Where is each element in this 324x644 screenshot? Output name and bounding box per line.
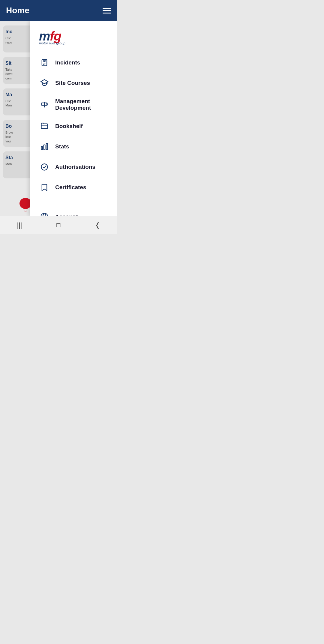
svg-rect-11 — [46, 144, 48, 150]
nav-item-management-development[interactable]: Management Development — [30, 93, 117, 116]
nav-item-site-courses[interactable]: Site Courses — [30, 73, 117, 93]
nav-item-certificates[interactable]: Certificates — [30, 177, 117, 198]
logo-m: m — [39, 29, 50, 43]
nav-label-account: Account — [55, 213, 78, 216]
folder-icon — [39, 121, 50, 132]
svg-point-12 — [41, 164, 48, 170]
header: Home — [0, 0, 117, 21]
nav-item-incidents[interactable]: Incidents — [30, 52, 117, 73]
home-tab-label: H — [25, 210, 27, 213]
bg-card-site: Sit Takedevecom — [3, 57, 33, 84]
nav-label-site-courses: Site Courses — [55, 80, 90, 86]
nav-item-stats[interactable]: Stats — [30, 136, 117, 157]
account-icon — [39, 211, 50, 216]
nav-item-authorisations[interactable]: Authorisations — [30, 157, 117, 177]
logo-text: mfg — [39, 30, 61, 43]
signpost-icon — [39, 99, 50, 110]
nav-label-management-development: Management Development — [55, 98, 108, 111]
bg-card-management: Ma ClicMan — [3, 88, 33, 115]
logo-f: f — [50, 29, 54, 43]
nav-label-bookshelf: Bookshelf — [55, 123, 83, 130]
svg-marker-4 — [41, 79, 48, 84]
menu-button[interactable] — [103, 8, 111, 13]
svg-rect-10 — [44, 145, 45, 150]
nav-label-authorisations: Authorisations — [55, 164, 95, 170]
home-button[interactable]: □ — [50, 219, 68, 231]
nav-item-bookshelf[interactable]: Bookshelf — [30, 116, 117, 136]
background-content: Inc Clicrepo Sit Takedevecom Ma ClicMan … — [0, 21, 33, 216]
back-button[interactable]: ❬ — [88, 219, 106, 231]
bookmark-icon — [39, 182, 50, 193]
svg-rect-9 — [41, 147, 43, 150]
bg-card-bookshelf: Bo Browlearyou — [3, 120, 33, 147]
nav-label-incidents: Incidents — [55, 59, 80, 66]
bg-card-incidents: Inc Clicrepo — [3, 25, 33, 52]
clipboard-icon — [39, 57, 50, 68]
home-tab-circle — [20, 198, 32, 209]
navigation-drawer: mfg motor fuel group Incidents — [30, 21, 117, 216]
logo-area: mfg motor fuel group — [30, 27, 117, 52]
page-title: Home — [6, 6, 29, 15]
nav-label-stats: Stats — [55, 143, 69, 150]
graduation-icon — [39, 78, 50, 88]
nav-item-account[interactable]: Account — [30, 207, 117, 216]
logo-subtitle: motor fuel group — [39, 41, 65, 45]
logo-g: g — [54, 29, 61, 43]
mfg-logo: mfg motor fuel group — [39, 30, 108, 45]
chart-icon — [39, 141, 50, 152]
nav-spacer — [30, 198, 117, 207]
bottom-nav-bar: ||| □ ❬ — [0, 216, 117, 234]
nav-label-certificates: Certificates — [55, 184, 86, 191]
check-circle-icon — [39, 162, 50, 172]
bg-card-stats: Sta Mon — [3, 151, 33, 178]
recent-apps-button[interactable]: ||| — [10, 219, 28, 231]
